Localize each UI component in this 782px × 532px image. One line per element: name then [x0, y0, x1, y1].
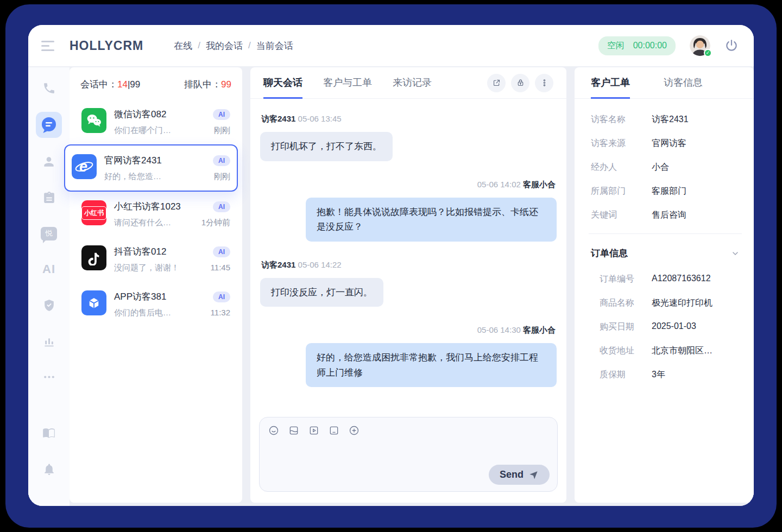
- conversation-item-app[interactable]: APP访客381 AI 你们的售后电… 11:32: [77, 282, 235, 327]
- field-row: 订单编号 A12087163612: [600, 274, 740, 285]
- message-composer: Send: [259, 417, 558, 492]
- chevron-down-icon[interactable]: [731, 249, 740, 258]
- conversation-item-xiaohongshu[interactable]: 小红书 小红书访客1023 AI 请问还有什么… 1分钟前: [77, 192, 235, 237]
- message-time: 05-06 14:30: [477, 325, 521, 334]
- conversation-time: 刚刚: [214, 125, 230, 136]
- phone-icon: [42, 81, 56, 95]
- sidebar-item-chat[interactable]: [36, 112, 62, 138]
- message-input[interactable]: [268, 442, 481, 484]
- conversation-time: 刚刚: [214, 172, 230, 182]
- send-button[interactable]: Send: [489, 465, 550, 485]
- field-value: 客服部门: [652, 186, 686, 197]
- conversation-title: 抖音访客012: [114, 245, 166, 258]
- yue-bubble-icon: 悦: [41, 227, 57, 240]
- sidebar-item-more[interactable]: [36, 365, 62, 389]
- chat-bubble-icon: [40, 116, 58, 134]
- breadcrumb-item[interactable]: 当前会话: [256, 40, 293, 52]
- agent-status-badge[interactable]: 空闲 00:00:00: [598, 36, 676, 55]
- conversation-title: 小红书访客1023: [114, 200, 181, 213]
- divider: [589, 233, 742, 234]
- field-label: 关键词: [591, 210, 652, 221]
- breadcrumb-item[interactable]: 在线: [174, 40, 192, 52]
- sidebar-item-security[interactable]: [36, 293, 62, 317]
- sidebar-item-notifications[interactable]: [36, 457, 62, 481]
- field-label: 质保期: [600, 369, 652, 381]
- douyin-channel-icon: [81, 245, 106, 270]
- chat-tabbar: 聊天会话 客户与工单 来访记录: [250, 67, 566, 99]
- tab-chat-session[interactable]: 聊天会话: [263, 67, 302, 99]
- message-meta: 访客2431 05-06 14:22: [261, 260, 556, 270]
- field-row: 商品名称 极光速印打印机: [600, 297, 740, 309]
- waiting-stat: 排队中：99: [184, 78, 231, 91]
- queue-stats: 会话中：14|99 排队中：99: [77, 77, 235, 99]
- field-value: 售后咨询: [652, 210, 686, 221]
- conversation-item-wechat[interactable]: 微信访客082 AI 你们在哪个门… 刚刚: [77, 99, 235, 144]
- power-icon: [724, 39, 739, 53]
- conversation-time: 11:45: [211, 263, 230, 273]
- field-value: A12087163612: [652, 274, 711, 285]
- status-timer: 00:00:00: [633, 41, 667, 50]
- conversation-preview: 你们的售后电…: [114, 308, 171, 318]
- video-icon[interactable]: [308, 425, 319, 436]
- bar-chart-icon: [42, 334, 56, 348]
- file-icon[interactable]: [329, 425, 339, 436]
- field-value: 2025-01-03: [652, 321, 696, 333]
- export-icon: [492, 78, 501, 87]
- sidebar-item-reports[interactable]: [36, 329, 62, 353]
- online-check-icon: ✓: [704, 49, 712, 57]
- tab-customer-worksheet[interactable]: 客户工单: [591, 67, 630, 99]
- conversation-title: 官网访客2431: [104, 154, 162, 167]
- tab-visit-history[interactable]: 来访记录: [393, 67, 432, 99]
- agent-message-bubble: 抱歉！能具体说说故障表现吗？比如报错提示、卡纸还是没反应？: [306, 198, 557, 242]
- breadcrumb: 在线 / 我的会话 / 当前会话: [174, 40, 293, 52]
- add-attachment-icon[interactable]: [349, 425, 360, 436]
- field-row: 质保期 3年: [600, 369, 740, 381]
- sidebar-item-calls[interactable]: [36, 76, 62, 100]
- conversation-preview: 请问还有什么…: [114, 218, 171, 228]
- svg-text:e: e: [79, 159, 87, 175]
- conversation-item-douyin[interactable]: 抖音访客012 AI 没问题了，谢谢！ 11:45: [77, 237, 235, 282]
- more-options-button[interactable]: [535, 74, 553, 92]
- order-section-title: 订单信息: [591, 247, 628, 259]
- message-scroll-area[interactable]: 访客2431 05-06 13:45 打印机坏了，打不了东西。 05-06 14…: [250, 99, 566, 413]
- bell-icon: [42, 463, 56, 476]
- clipboard-icon: [42, 191, 56, 205]
- send-plane-icon: [528, 470, 539, 480]
- avatar[interactable]: ✓: [690, 35, 710, 56]
- conversation-item-web-selected[interactable]: e 官网访客2431 AI 好的，给您造… 刚刚: [64, 144, 238, 192]
- image-icon[interactable]: [288, 425, 299, 436]
- sidebar-item-tasks[interactable]: [36, 186, 62, 210]
- message-author: 客服小合: [523, 325, 556, 334]
- message-author: 客服小合: [523, 180, 556, 189]
- export-button[interactable]: [487, 74, 506, 92]
- app-window: HOLLYCRM 在线 / 我的会话 / 当前会话 空闲 00:00:00 ✓: [28, 25, 754, 506]
- kebab-icon: [540, 78, 549, 87]
- field-row: 经办人 小合: [591, 162, 740, 173]
- breadcrumb-item[interactable]: 我的会话: [206, 40, 243, 52]
- field-label: 购买日期: [600, 321, 652, 333]
- menu-toggle-icon[interactable]: [41, 41, 55, 51]
- lock-button[interactable]: [511, 74, 529, 92]
- message-time: 05-06 13:45: [298, 114, 342, 123]
- sidebar-item-ai[interactable]: AI: [36, 257, 62, 281]
- sidebar-item-yue[interactable]: 悦: [36, 221, 62, 245]
- tab-visitor-info[interactable]: 访客信息: [664, 67, 703, 99]
- sidebar-item-contacts[interactable]: [36, 150, 62, 174]
- emoji-icon[interactable]: [268, 425, 279, 436]
- active-stat: 会话中：14|99: [80, 78, 140, 91]
- tab-customer-ticket[interactable]: 客户与工单: [323, 67, 372, 99]
- message-meta: 05-06 14:30 客服小合: [477, 325, 556, 335]
- conversation-title: APP访客381: [114, 290, 166, 303]
- ai-badge: AI: [213, 246, 230, 257]
- message-author: 访客2431: [261, 260, 295, 269]
- field-label: 所属部门: [591, 186, 652, 197]
- visitor-message-bubble: 打印机坏了，打不了东西。: [260, 132, 393, 161]
- breadcrumb-separator: /: [198, 40, 200, 51]
- web-channel-icon: e: [72, 154, 97, 179]
- logout-power-button[interactable]: [724, 39, 739, 53]
- ai-badge: AI: [213, 201, 230, 212]
- ai-badge: AI: [213, 292, 230, 302]
- sidebar-item-knowledge[interactable]: [36, 421, 62, 445]
- order-section-header: 订单信息: [591, 247, 740, 259]
- conversation-list-panel[interactable]: 会话中：14|99 排队中：99: [70, 67, 242, 503]
